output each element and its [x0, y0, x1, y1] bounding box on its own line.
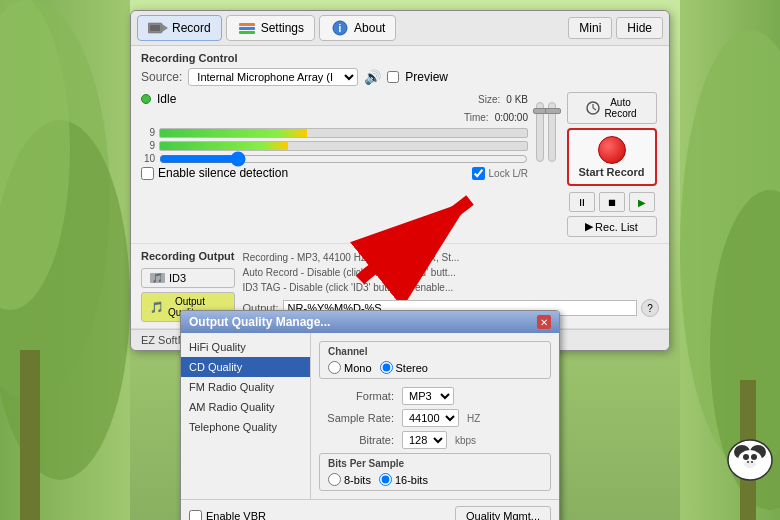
id3-label: ID3 [169, 272, 186, 284]
svg-point-12 [751, 454, 757, 460]
stereo-radio[interactable] [380, 361, 393, 374]
dialog-footer: Enable VBR Quality Mgmt... [181, 499, 559, 520]
recording-output-label: Recording Output [141, 250, 235, 262]
pause-icon: ⏸ [577, 197, 587, 208]
bps-8-label: 8-bits [344, 474, 371, 486]
svg-text:i: i [339, 23, 342, 34]
vertical-slider-2 [548, 102, 556, 162]
time-label: Time: [464, 112, 489, 123]
rec-list-icon: ▶ [585, 220, 593, 233]
preview-checkbox[interactable] [387, 71, 399, 83]
bps-16-option[interactable]: 16-bits [379, 473, 428, 486]
mini-button[interactable]: Mini [568, 17, 612, 39]
output-info-col: Recording - MP3, 44100 Hz, 128 kbps CBR,… [243, 250, 660, 317]
main-window: Record Settings i About Mini Hid [130, 10, 670, 351]
silence-checkbox[interactable] [141, 167, 154, 180]
auto-record-label: AutoRecord [604, 97, 636, 119]
rec-list-button[interactable]: ▶ Rec. List [567, 216, 657, 237]
bps-title: Bits Per Sample [328, 458, 542, 469]
tab-settings-label: Settings [261, 21, 304, 35]
channel-title: Channel [328, 346, 542, 357]
svg-point-11 [743, 454, 749, 460]
mono-option[interactable]: Mono [328, 361, 372, 374]
slider-wrap-1 [536, 102, 544, 172]
quality-item-cd[interactable]: CD Quality [181, 357, 310, 377]
bps-8-option[interactable]: 8-bits [328, 473, 371, 486]
quality-item-telephone[interactable]: Telephone Quality [181, 417, 310, 437]
quality-icon: 🎵 [150, 301, 164, 314]
info-line3: ID3 TAG - Disable (click 'ID3' button to… [243, 280, 660, 295]
tab-about[interactable]: i About [319, 15, 396, 41]
hide-button[interactable]: Hide [616, 17, 663, 39]
tab-record-label: Record [172, 21, 211, 35]
dialog-close-button[interactable]: ✕ [537, 315, 551, 329]
quality-item-hifi[interactable]: HiFi Quality [181, 337, 310, 357]
meter-label-3: 10 [141, 153, 155, 164]
svg-point-15 [751, 461, 753, 463]
mono-radio[interactable] [328, 361, 341, 374]
quality-list: HiFi Quality CD Quality FM Radio Quality… [181, 333, 311, 499]
recording-control-title: Recording Control [141, 52, 659, 64]
id3-button[interactable]: 🎵 ID3 [141, 268, 235, 288]
bitrate-unit: kbps [455, 435, 476, 446]
bps-8-radio[interactable] [328, 473, 341, 486]
pause-button[interactable]: ⏸ [569, 192, 595, 212]
right-controls: AutoRecord Start Record ⏸ ⏹ ▶ [564, 92, 659, 237]
bitrate-select[interactable]: 128 192 256 320 [402, 431, 447, 449]
dialog-settings: Channel Mono Stereo Format: MP3 [311, 333, 559, 499]
toolbar: Record Settings i About Mini Hid [131, 11, 669, 46]
meter-bar-2 [159, 141, 528, 151]
dialog-title: Output Quality Manage... [189, 315, 330, 329]
auto-record-button[interactable]: AutoRecord [567, 92, 657, 124]
idle-indicator [141, 94, 151, 104]
enable-vbr-option[interactable]: Enable VBR [189, 510, 266, 521]
meter-row-2: 9 [141, 140, 528, 151]
id3-badge: 🎵 [150, 273, 165, 283]
format-label: Format: [319, 390, 394, 402]
source-select[interactable]: Internal Microphone Array (I [188, 68, 358, 86]
play-icon: ▶ [638, 197, 646, 208]
slider-wrap-2 [548, 102, 556, 172]
tab-settings[interactable]: Settings [226, 15, 315, 41]
vertical-slider-1 [536, 102, 544, 162]
preview-label: Preview [405, 70, 448, 84]
lock-lr-checkbox[interactable] [472, 167, 485, 180]
meter-slider-3[interactable] [159, 155, 528, 163]
svg-marker-18 [162, 24, 168, 32]
mono-label: Mono [344, 362, 372, 374]
svg-point-14 [747, 461, 749, 463]
tab-record[interactable]: Record [137, 15, 222, 41]
green-button[interactable]: ▶ [629, 192, 655, 212]
sample-rate-label: Sample Rate: [319, 412, 394, 424]
rec-list-label: Rec. List [595, 221, 638, 233]
svg-line-26 [593, 108, 596, 110]
sample-rate-unit: HZ [467, 413, 480, 424]
source-row: Source: Internal Microphone Array (I 🔊 P… [141, 68, 659, 86]
stop-button[interactable]: ⏹ [599, 192, 625, 212]
dialog-title-bar: Output Quality Manage... ✕ [181, 311, 559, 333]
enable-vbr-checkbox[interactable] [189, 510, 202, 521]
start-record-label: Start Record [578, 166, 644, 178]
quality-item-am[interactable]: AM Radio Quality [181, 397, 310, 417]
quality-item-fm[interactable]: FM Radio Quality [181, 377, 310, 397]
stereo-option[interactable]: Stereo [380, 361, 428, 374]
tree-left [0, 0, 130, 520]
size-label: Size: [478, 94, 500, 105]
recording-control-section: Recording Control Source: Internal Micro… [131, 46, 669, 244]
settings-tab-icon [237, 20, 257, 36]
bps-group: Bits Per Sample 8-bits 16-bits [319, 453, 551, 491]
source-label: Source: [141, 70, 182, 84]
meter-label-1: 9 [141, 127, 155, 138]
tree-right [680, 0, 780, 520]
svg-rect-20 [239, 27, 255, 30]
speaker-icon: 🔊 [364, 69, 381, 85]
channel-group: Channel Mono Stereo [319, 341, 551, 379]
quality-mgmt-button[interactable]: Quality Mgmt... [455, 506, 551, 520]
start-record-button[interactable]: Start Record [567, 128, 657, 186]
sample-rate-select[interactable]: 44100 22050 11025 [402, 409, 459, 427]
bps-16-radio[interactable] [379, 473, 392, 486]
clock-icon [586, 101, 600, 115]
help-button[interactable]: ? [641, 299, 659, 317]
format-select[interactable]: MP3 WAV OGG [402, 387, 454, 405]
bitrate-label: Bitrate: [319, 434, 394, 446]
